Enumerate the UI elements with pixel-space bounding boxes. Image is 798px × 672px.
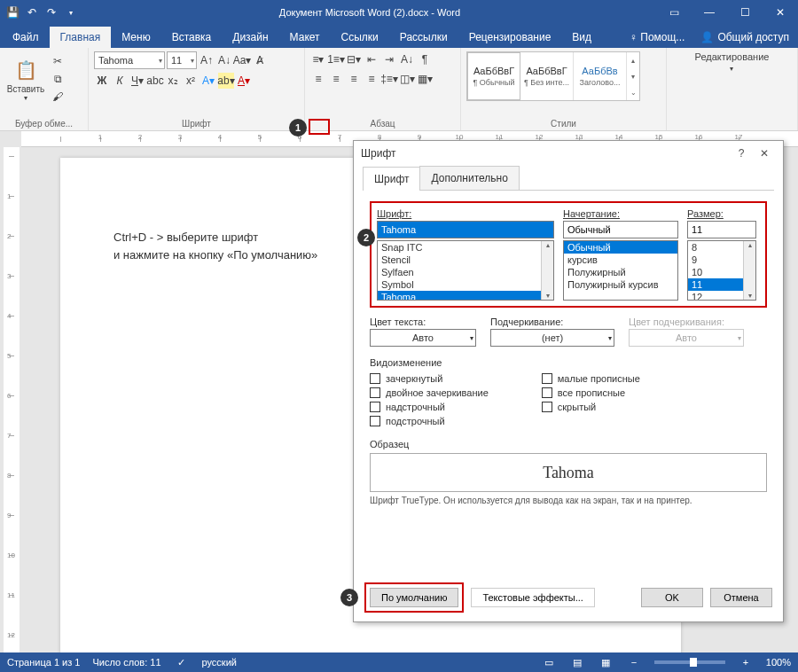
undo-icon[interactable]: ↶	[25, 5, 39, 20]
strikethrough-icon[interactable]: abc	[147, 73, 163, 89]
highlight-icon[interactable]: ab▾	[218, 73, 234, 89]
checkbox-hidden[interactable]: скрытый	[542, 402, 640, 412]
list-item[interactable]: Sylfaen	[378, 266, 553, 278]
superscript-icon[interactable]: x²	[183, 73, 199, 89]
gallery-down-icon[interactable]: ▾	[631, 73, 635, 81]
checkbox-subscript[interactable]: подстрочный	[370, 416, 489, 426]
vertical-ruler[interactable]: 12345678910111213	[4, 147, 20, 670]
ribbon-options-icon[interactable]: ▭	[656, 0, 692, 25]
show-marks-icon[interactable]: ¶	[417, 51, 433, 67]
checkbox-double-strikethrough[interactable]: двойное зачеркивание	[370, 387, 489, 398]
checkbox-small-caps[interactable]: малые прописные	[542, 373, 640, 384]
size-list[interactable]: 8 9 10 11 12 ▴▾	[687, 240, 756, 301]
zoom-slider[interactable]	[654, 660, 725, 664]
dialog-close-icon[interactable]: ✕	[753, 147, 776, 160]
list-item[interactable]: Snap ITC	[378, 241, 553, 254]
multilevel-icon[interactable]: ⊟▾	[346, 51, 362, 67]
qat-more-icon[interactable]: ▾	[64, 5, 78, 20]
align-right-icon[interactable]: ≡	[346, 71, 362, 87]
tab-insert[interactable]: Вставка	[161, 27, 223, 48]
tab-design[interactable]: Дизайн	[222, 27, 278, 48]
web-layout-icon[interactable]: ▦	[598, 657, 614, 668]
tab-menu[interactable]: Меню	[111, 27, 160, 48]
list-item[interactable]: Полужирный курсив	[564, 278, 677, 291]
tell-me[interactable]: ♀ Помощ...	[622, 27, 692, 48]
font-size-combo[interactable]: 11▾	[167, 51, 197, 69]
tab-mailings[interactable]: Рассылки	[389, 27, 458, 48]
subscript-icon[interactable]: x₂	[165, 73, 181, 89]
format-painter-icon[interactable]: 🖌	[50, 89, 66, 105]
font-name-combo[interactable]: Tahoma▾	[94, 51, 165, 69]
clear-formatting-icon[interactable]: A̷	[252, 52, 268, 68]
sort-icon[interactable]: A↓	[399, 51, 415, 67]
change-case-icon[interactable]: Aa▾	[234, 52, 250, 68]
font-name-input[interactable]	[377, 221, 554, 238]
status-page[interactable]: Страница 1 из 1	[7, 657, 80, 668]
list-item[interactable]: Tahoma	[378, 291, 553, 301]
zoom-out-icon[interactable]: −	[626, 657, 642, 668]
text-effects-button[interactable]: Текстовые эффекты...	[471, 588, 595, 607]
list-item[interactable]: курсив	[564, 254, 677, 266]
tab-review[interactable]: Рецензирование	[458, 27, 562, 48]
style-normal[interactable]: АаБбВвГ¶ Обычный	[467, 52, 520, 100]
bold-icon[interactable]: Ж	[94, 73, 110, 89]
style-list[interactable]: Обычный курсив Полужирный Полужирный кур…	[563, 240, 678, 301]
tab-view[interactable]: Вид	[561, 27, 602, 48]
cancel-button[interactable]: Отмена	[710, 588, 772, 607]
dialog-tab-font[interactable]: Шрифт	[363, 167, 420, 191]
align-left-icon[interactable]: ≡	[310, 71, 326, 87]
maximize-icon[interactable]: ☐	[727, 0, 763, 25]
tab-home[interactable]: Главная	[50, 27, 112, 48]
tab-layout[interactable]: Макет	[279, 27, 331, 48]
gallery-up-icon[interactable]: ▴	[631, 57, 635, 65]
borders-icon[interactable]: ▦▾	[417, 71, 433, 87]
scrollbar[interactable]: ▴▾	[541, 241, 553, 300]
style-nospacing[interactable]: АаБбВвГ¶ Без инте...	[520, 52, 574, 100]
cut-icon[interactable]: ✂	[50, 53, 66, 69]
line-spacing-icon[interactable]: ‡≡▾	[381, 71, 397, 87]
status-words[interactable]: Число слов: 11	[92, 657, 160, 668]
redo-icon[interactable]: ↷	[44, 5, 59, 20]
underline-select[interactable]: (нет)▾	[490, 329, 614, 347]
font-color-icon[interactable]: A▾	[236, 73, 252, 89]
checkbox-superscript[interactable]: надстрочный	[370, 402, 489, 412]
zoom-level[interactable]: 100%	[766, 657, 791, 668]
list-item[interactable]: Полужирный	[564, 266, 677, 278]
tab-references[interactable]: Ссылки	[331, 27, 389, 48]
share-button[interactable]: 👤 Общий доступ	[692, 27, 798, 48]
read-mode-icon[interactable]: ▭	[541, 657, 557, 668]
save-icon[interactable]: 💾	[5, 5, 20, 20]
minimize-icon[interactable]: —	[692, 0, 727, 25]
styles-gallery[interactable]: АаБбВвГ¶ Обычный АаБбВвГ¶ Без инте... Аа…	[466, 51, 640, 101]
close-icon[interactable]: ✕	[763, 0, 798, 25]
shrink-font-icon[interactable]: A↓	[216, 52, 232, 68]
font-size-input[interactable]	[687, 221, 756, 238]
bullets-icon[interactable]: ≡▾	[310, 51, 326, 67]
list-item[interactable]: Обычный	[564, 241, 677, 254]
shading-icon[interactable]: ◫▾	[399, 71, 415, 87]
dialog-help-icon[interactable]: ?	[730, 147, 753, 160]
list-item[interactable]: Symbol	[378, 278, 553, 291]
copy-icon[interactable]: ⧉	[50, 71, 66, 87]
scrollbar[interactable]: ▴▾	[743, 241, 755, 300]
status-language[interactable]: русский	[202, 657, 237, 668]
italic-icon[interactable]: К	[112, 73, 128, 89]
text-effects-icon[interactable]: A▾	[200, 73, 216, 89]
gallery-more-icon[interactable]: ⌄	[630, 89, 637, 97]
editing-button[interactable]: Редактирование▾	[695, 51, 770, 73]
font-style-input[interactable]	[563, 221, 678, 238]
paste-button[interactable]: 📋 Вставить ▾	[5, 51, 46, 108]
checkbox-all-caps[interactable]: все прописные	[542, 387, 640, 398]
checkbox-strikethrough[interactable]: зачеркнутый	[370, 373, 489, 384]
grow-font-icon[interactable]: A↑	[199, 52, 215, 68]
tab-file[interactable]: Файл	[2, 27, 50, 48]
justify-icon[interactable]: ≡	[364, 71, 379, 87]
underline-icon[interactable]: Ч▾	[129, 73, 145, 89]
font-list[interactable]: Snap ITC Stencil Sylfaen Symbol Tahoma ▴…	[377, 240, 554, 301]
font-color-select[interactable]: Авто▾	[370, 329, 476, 347]
align-center-icon[interactable]: ≡	[328, 71, 344, 87]
list-item[interactable]: Stencil	[378, 254, 553, 266]
ok-button[interactable]: OK	[641, 588, 703, 607]
numbering-icon[interactable]: 1≡▾	[328, 51, 344, 67]
print-layout-icon[interactable]: ▤	[569, 657, 585, 668]
